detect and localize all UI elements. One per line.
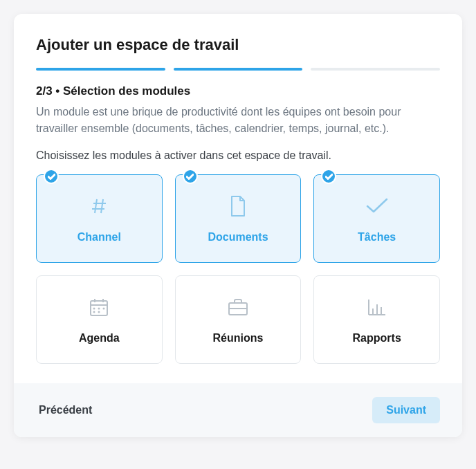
module-label: Rapports bbox=[353, 332, 401, 344]
briefcase-icon bbox=[226, 295, 250, 320]
calendar-icon bbox=[86, 295, 111, 320]
svg-line-3 bbox=[101, 199, 103, 213]
step-instruction: Choisissez les modules à activer dans ce… bbox=[36, 149, 440, 162]
workspace-setup-dialog: Ajouter un espace de travail 2/3 • Sélec… bbox=[14, 14, 462, 437]
dialog-content: Ajouter un espace de travail 2/3 • Sélec… bbox=[14, 14, 462, 383]
module-card-channel[interactable]: Channel bbox=[36, 174, 163, 263]
module-label: Agenda bbox=[79, 332, 120, 344]
hash-icon bbox=[86, 194, 111, 219]
previous-button[interactable]: Précédent bbox=[36, 398, 95, 422]
next-button[interactable]: Suivant bbox=[372, 397, 440, 423]
module-card-meetings[interactable]: Réunions bbox=[175, 275, 302, 364]
selected-badge bbox=[44, 169, 59, 184]
module-card-tasks[interactable]: Tâches bbox=[313, 174, 440, 263]
module-card-reports[interactable]: Rapports bbox=[313, 275, 440, 364]
step-heading: 2/3 • Sélection des modules bbox=[36, 84, 440, 98]
selected-badge bbox=[321, 169, 336, 184]
progress-segment-3 bbox=[311, 68, 440, 71]
module-label: Channel bbox=[77, 231, 121, 243]
module-card-agenda[interactable]: Agenda bbox=[36, 275, 163, 364]
progress-segment-1 bbox=[36, 68, 165, 71]
dialog-title: Ajouter un espace de travail bbox=[36, 36, 440, 54]
module-card-documents[interactable]: Documents bbox=[175, 174, 302, 263]
step-description: Un module est une brique de productivité… bbox=[36, 104, 440, 137]
module-label: Réunions bbox=[213, 332, 264, 344]
check-icon bbox=[365, 194, 390, 219]
progress-segment-2 bbox=[174, 68, 303, 71]
module-label: Tâches bbox=[358, 231, 396, 243]
svg-line-2 bbox=[95, 199, 97, 213]
progress-bar bbox=[36, 68, 440, 71]
module-grid: Channel Documents Tâches bbox=[36, 174, 440, 364]
selected-badge bbox=[183, 169, 198, 184]
chart-icon bbox=[365, 295, 390, 320]
document-icon bbox=[226, 194, 250, 219]
module-label: Documents bbox=[208, 231, 268, 243]
dialog-footer: Précédent Suivant bbox=[14, 383, 462, 437]
